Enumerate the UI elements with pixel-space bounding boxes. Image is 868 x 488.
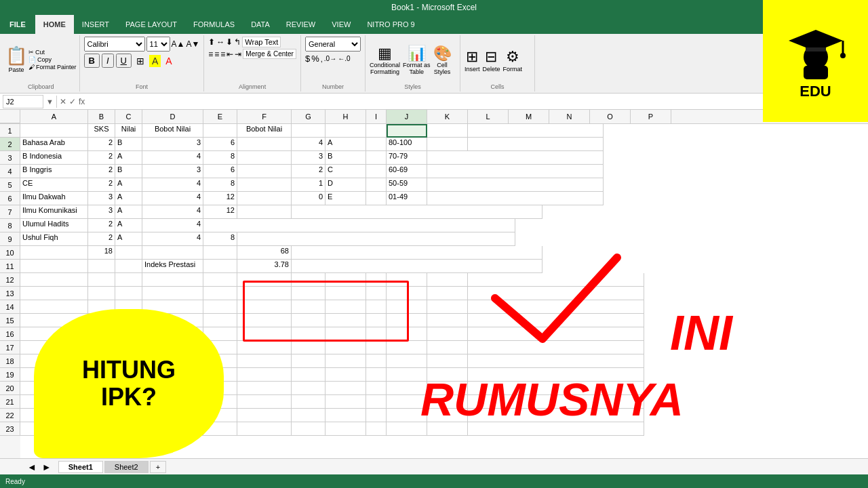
row-header-16[interactable]: 16: [0, 327, 20, 341]
cell-a9[interactable]: Ushul Fiqh: [20, 232, 88, 246]
row-header-15[interactable]: 15: [0, 314, 20, 327]
align-top-button[interactable]: ⬆: [208, 37, 215, 47]
cell-b10[interactable]: 18: [88, 246, 115, 260]
cell-i5[interactable]: [366, 178, 387, 192]
confirm-formula-button[interactable]: ✓: [69, 97, 76, 106]
format-button[interactable]: ⚙ Format: [502, 48, 522, 73]
cell-rest3[interactable]: [427, 151, 604, 165]
row-header-17[interactable]: 17: [0, 341, 20, 354]
cell-rest9[interactable]: [237, 232, 515, 246]
cell-f6[interactable]: [237, 192, 292, 205]
increase-decimal-button[interactable]: .0→: [324, 55, 336, 62]
row-header-7[interactable]: 7: [0, 205, 20, 219]
cell-d7[interactable]: 4: [142, 205, 203, 219]
col-header-l[interactable]: L: [468, 110, 509, 123]
cell-a7[interactable]: Ilmu Komunikasi: [20, 205, 88, 219]
row-header-1[interactable]: 1: [0, 124, 20, 138]
cell-b3[interactable]: 2: [88, 151, 115, 165]
cell-c10[interactable]: [115, 246, 142, 260]
row-header-20[interactable]: 20: [0, 382, 20, 395]
wrap-text-button[interactable]: Wrap Text: [242, 37, 281, 47]
cell-f10[interactable]: 68: [237, 246, 292, 260]
cell-c6[interactable]: A: [115, 192, 142, 205]
cell-c1[interactable]: Nilai: [115, 124, 142, 138]
cancel-formula-button[interactable]: ✕: [60, 97, 66, 106]
row-header-13[interactable]: 13: [0, 287, 20, 300]
italic-button[interactable]: I: [102, 54, 114, 68]
cell-e3[interactable]: 8: [203, 151, 237, 165]
col-header-n[interactable]: N: [549, 110, 590, 123]
col-header-b[interactable]: B: [88, 110, 115, 123]
cell-f11[interactable]: 3.78: [237, 260, 292, 273]
cell-e9[interactable]: 8: [203, 232, 237, 246]
row-header-11[interactable]: 11: [0, 260, 20, 273]
cell-f4[interactable]: [237, 165, 292, 178]
cell-b5[interactable]: 2: [88, 178, 115, 192]
cell-e10[interactable]: [203, 246, 237, 260]
sheet-add-button[interactable]: +: [150, 461, 166, 473]
align-center-button[interactable]: ≡: [214, 49, 219, 59]
cell-a2[interactable]: Bahasa Arab: [20, 138, 88, 151]
row-header-22[interactable]: 22: [0, 409, 20, 422]
percent-button[interactable]: %: [311, 54, 319, 64]
cell-rest8[interactable]: [203, 219, 515, 232]
cell-d1[interactable]: Bobot Nilai: [142, 124, 203, 138]
cell-d5[interactable]: 4: [142, 178, 203, 192]
col-header-f[interactable]: F: [237, 110, 292, 123]
cell-d6[interactable]: 4: [142, 192, 203, 205]
cell-styles-button[interactable]: 🎨 CellStyles: [433, 45, 452, 76]
cell-b7[interactable]: 3: [88, 205, 115, 219]
col-header-o[interactable]: O: [590, 110, 631, 123]
cell-j4[interactable]: 60-69: [387, 165, 427, 178]
row-header-12[interactable]: 12: [0, 273, 20, 287]
font-size-select[interactable]: 11: [146, 37, 170, 52]
highlight-button[interactable]: A: [149, 55, 161, 67]
align-right-button[interactable]: ≡: [220, 49, 225, 59]
cell-rest4[interactable]: [427, 165, 604, 178]
cell-b8[interactable]: 2: [88, 219, 115, 232]
row-header-5[interactable]: 5: [0, 178, 20, 192]
align-middle-button[interactable]: ↔: [216, 37, 224, 47]
cell-a5[interactable]: CE: [20, 178, 88, 192]
cell-g4[interactable]: 2: [292, 165, 326, 178]
col-header-j[interactable]: J: [387, 110, 427, 123]
sheet-tab-2[interactable]: Sheet2: [104, 461, 149, 473]
row-header-3[interactable]: 3: [0, 151, 20, 165]
cell-h5[interactable]: D: [326, 178, 366, 192]
cell-k2[interactable]: [427, 138, 468, 151]
cell-b2[interactable]: 2: [88, 138, 115, 151]
cell-rest11[interactable]: [292, 260, 542, 273]
cell-c3[interactable]: A: [115, 151, 142, 165]
cell-i4[interactable]: [366, 165, 387, 178]
cell-b6[interactable]: 3: [88, 192, 115, 205]
row-header-4[interactable]: 4: [0, 165, 20, 178]
cell-f3[interactable]: [237, 151, 292, 165]
col-header-g[interactable]: G: [292, 110, 326, 123]
comma-button[interactable]: ,: [321, 55, 323, 63]
row-header-10[interactable]: 10: [0, 246, 20, 260]
tab-home[interactable]: HOME: [35, 15, 74, 34]
format-as-table-button[interactable]: 📊 Format asTable: [403, 45, 431, 76]
row-header-2[interactable]: 2: [0, 138, 20, 151]
col-header-a[interactable]: A: [20, 110, 88, 123]
cell-d8[interactable]: 4: [142, 219, 203, 232]
cell-b9[interactable]: 2: [88, 232, 115, 246]
cell-d3[interactable]: 4: [142, 151, 203, 165]
col-header-k[interactable]: K: [427, 110, 468, 123]
row-header-21[interactable]: 21: [0, 395, 20, 409]
col-header-i[interactable]: I: [366, 110, 387, 123]
cell-a1[interactable]: [20, 124, 88, 138]
cell-c4[interactable]: B: [115, 165, 142, 178]
cell-e5[interactable]: 8: [203, 178, 237, 192]
cell-j5[interactable]: 50-59: [387, 178, 427, 192]
row-header-18[interactable]: 18: [0, 354, 20, 368]
cell-rest1[interactable]: [468, 124, 604, 138]
cell-e1[interactable]: [203, 124, 237, 138]
cell-a6[interactable]: Ilmu Dakwah: [20, 192, 88, 205]
cell-b1[interactable]: SKS: [88, 124, 115, 138]
cell-g1[interactable]: [292, 124, 326, 138]
cell-j3[interactable]: 70-79: [387, 151, 427, 165]
col-header-m[interactable]: M: [509, 110, 549, 123]
cell-g2[interactable]: 4: [292, 138, 326, 151]
cell-d10[interactable]: [142, 246, 203, 260]
